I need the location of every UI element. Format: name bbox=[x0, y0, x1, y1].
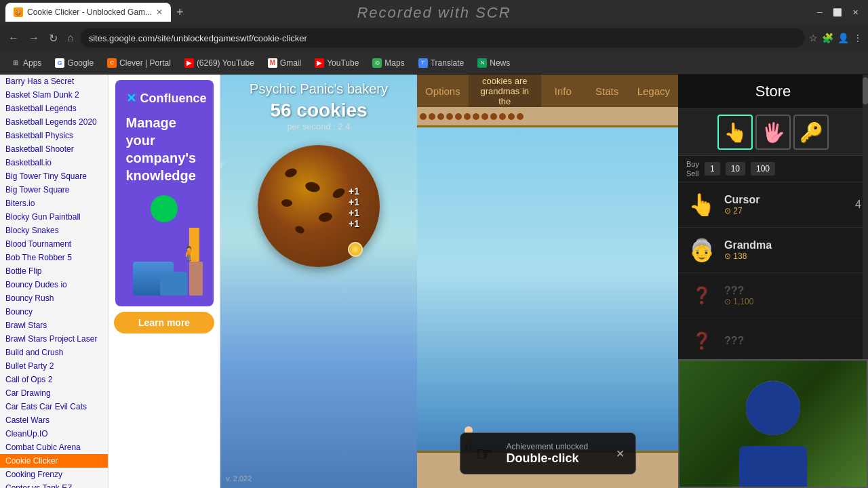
options-btn[interactable]: Options bbox=[417, 75, 469, 107]
sidebar-item-blood[interactable]: Blood Tournament bbox=[0, 237, 108, 251]
yt-icon: ▶ bbox=[184, 58, 194, 68]
watermark: Recorded with SCR bbox=[357, 4, 511, 22]
cursor-left: ☞ bbox=[220, 230, 229, 248]
sidebar-item-bullet-party[interactable]: Bullet Party 2 bbox=[0, 359, 108, 373]
news-icon: N bbox=[477, 58, 487, 68]
locked-2-info: ??? bbox=[724, 335, 856, 347]
sidebar-item-bball-physics[interactable]: Basketball Physics bbox=[0, 129, 108, 142]
bm-news-label: News bbox=[490, 58, 510, 68]
back-btn[interactable]: ← bbox=[5, 29, 22, 47]
address-bar: ← → ↻ ⌂ ☆ 🧩 👤 ⋮ bbox=[0, 24, 868, 52]
maximize-btn[interactable]: ⬜ bbox=[830, 5, 845, 20]
close-btn[interactable]: ✕ bbox=[848, 5, 863, 20]
cursor-cost: ⊙ 27 bbox=[724, 206, 850, 216]
bm-youtube[interactable]: ▶ YouTube bbox=[309, 56, 364, 70]
address-input[interactable] bbox=[81, 28, 805, 47]
info-btn[interactable]: Info bbox=[541, 75, 585, 107]
ad-learn-btn[interactable]: Learn more bbox=[114, 312, 214, 333]
cookie-image bbox=[258, 145, 380, 267]
bm-translate[interactable]: T Translate bbox=[413, 56, 470, 70]
forward-btn[interactable]: → bbox=[26, 29, 42, 47]
grandma-name: Grandma bbox=[724, 239, 856, 251]
achievement-popup: ☞ Achievement unlocked Double-click ✕ bbox=[460, 432, 636, 474]
sidebar-item-bball-io[interactable]: Basketball.io bbox=[0, 156, 108, 169]
bm-news[interactable]: N News bbox=[472, 56, 515, 70]
bm-google[interactable]: G Google bbox=[50, 56, 99, 70]
grandma-store-info: Grandma ⊙ 138 bbox=[724, 239, 856, 261]
cursor-select-3[interactable]: 🔑 bbox=[793, 115, 829, 150]
store-item-cursor[interactable]: 👆 Cursor ⊙ 27 4 bbox=[678, 182, 868, 228]
sidebar-item-bball-shooter[interactable]: Basketball Shooter bbox=[0, 142, 108, 156]
achievement-name: Double-click bbox=[507, 451, 589, 466]
sidebar-item-cleanup[interactable]: CleanUp.IO bbox=[0, 427, 108, 441]
sidebar-item-big-tower-square[interactable]: Big Tower Square bbox=[0, 183, 108, 197]
reload-btn[interactable]: ↻ bbox=[46, 29, 60, 47]
sidebar-item-barry[interactable]: Barry Has a Secret bbox=[0, 75, 108, 88]
news-ticker: You're cookies are grandmas in the neigh… bbox=[469, 75, 541, 107]
active-tab[interactable]: 🍪 Cookie Clicker - Unblocked Gam... ✕ bbox=[5, 3, 171, 22]
bm-clever[interactable]: C Clever | Portal bbox=[102, 56, 176, 70]
stats-btn[interactable]: Stats bbox=[585, 75, 629, 107]
sidebar-item-blocky-snakes[interactable]: Blocky Snakes bbox=[0, 224, 108, 237]
sidebar-item-combat[interactable]: Combat Cubic Arena bbox=[0, 441, 108, 454]
home-btn[interactable]: ⌂ bbox=[64, 29, 77, 47]
bm-gmail[interactable]: M Gmail bbox=[262, 56, 307, 70]
sidebar-item-bouncy-dudes[interactable]: Bouncy Dudes io bbox=[0, 278, 108, 291]
sidebar-item-bouncy-rush[interactable]: Bouncy Rush bbox=[0, 291, 108, 305]
store-item-locked-1[interactable]: ❓ ??? ⊙ 1,100 bbox=[678, 273, 868, 319]
bm-maps[interactable]: ◎ Maps bbox=[367, 56, 410, 70]
cookie-clickable[interactable]: +1+1+1+1 bbox=[258, 145, 380, 267]
cursor-store-info: Cursor ⊙ 27 bbox=[724, 194, 850, 216]
sidebar-item-cooking[interactable]: Cooking Frenzy bbox=[0, 468, 108, 481]
sidebar-item-biters[interactable]: Biters.io bbox=[0, 197, 108, 210]
extension-icon[interactable]: 🧩 bbox=[822, 33, 833, 43]
webcam-overlay bbox=[678, 359, 868, 488]
sidebar-item-brawl-stars[interactable]: Brawl Stars bbox=[0, 319, 108, 332]
tab-close-btn[interactable]: ✕ bbox=[156, 7, 163, 17]
cookie-count: 56 cookies bbox=[270, 100, 367, 121]
sidebar-item-car-eats[interactable]: Car Eats Car Evil Cats bbox=[0, 400, 108, 413]
sidebar-item-cookie[interactable]: Cookie Clicker bbox=[0, 454, 108, 468]
qty-10-btn[interactable]: 10 bbox=[726, 162, 745, 176]
store-scrollbar-thumb[interactable] bbox=[863, 77, 868, 104]
middle-panel: Options You're cookies are grandmas in t… bbox=[417, 75, 678, 488]
sidebar-item-build-crush[interactable]: Build and Crush bbox=[0, 346, 108, 359]
sidebar-item-bball-legends-2020[interactable]: Basketball Legends 2020 bbox=[0, 115, 108, 129]
bm-apps[interactable]: ⊞ Apps bbox=[5, 56, 47, 70]
buy-sell-row: Buy Sell 1 10 100 bbox=[678, 156, 868, 182]
sidebar-item-call-ops[interactable]: Call of Ops 2 bbox=[0, 373, 108, 386]
cursor-select-2[interactable]: 🖐 bbox=[755, 115, 791, 150]
sidebar-item-big-tower-tiny[interactable]: Big Tower Tiny Square bbox=[0, 169, 108, 183]
webcam-body bbox=[739, 446, 807, 487]
minimize-btn[interactable]: ─ bbox=[812, 5, 827, 20]
menu-icon[interactable]: ⋮ bbox=[853, 33, 863, 43]
sidebar-item-car-drawing[interactable]: Car Drawing bbox=[0, 386, 108, 400]
store-header: Store bbox=[678, 75, 868, 109]
sidebar-item-bball-legends[interactable]: Basketball Legends bbox=[0, 102, 108, 115]
bm-yt-count[interactable]: ▶ (6269) YouTube bbox=[179, 56, 260, 70]
bm-yt-count-label: (6269) YouTube bbox=[197, 58, 254, 68]
sidebar-item-castel[interactable]: Castel Wars bbox=[0, 413, 108, 427]
profile-icon[interactable]: 👤 bbox=[837, 33, 849, 43]
sidebar-item-bouncy[interactable]: Bouncy bbox=[0, 305, 108, 319]
ad-container: ✕ Confluence Manage your company's knowl… bbox=[108, 75, 220, 488]
bm-maps-label: Maps bbox=[384, 58, 404, 68]
sidebar-item-blocky-gun[interactable]: Blocky Gun Paintball bbox=[0, 210, 108, 224]
cursor-name: Cursor bbox=[724, 194, 850, 206]
sidebar-item-copter[interactable]: Copter vs Tank EZ bbox=[0, 481, 108, 488]
legacy-btn[interactable]: Legacy bbox=[629, 75, 678, 107]
sidebar-item-bob[interactable]: Bob The Robber 5 bbox=[0, 251, 108, 264]
achievement-close-btn[interactable]: ✕ bbox=[616, 447, 625, 460]
new-tab-btn[interactable]: + bbox=[171, 5, 189, 20]
locked-1-info: ??? ⊙ 1,100 bbox=[724, 285, 856, 306]
qty-100-btn[interactable]: 100 bbox=[751, 162, 775, 176]
sidebar-item-brawl-project[interactable]: Brawl Stars Project Laser bbox=[0, 332, 108, 346]
sidebar-item-basket[interactable]: Basket Slam Dunk 2 bbox=[0, 88, 108, 102]
cursor-select-1[interactable]: 👆 bbox=[717, 115, 753, 150]
bookmark-icon[interactable]: ☆ bbox=[809, 33, 818, 43]
sidebar: Barry Has a Secret Basket Slam Dunk 2 Ba… bbox=[0, 75, 108, 488]
store-item-grandma[interactable]: 👵 Grandma ⊙ 138 bbox=[678, 228, 868, 273]
store-item-locked-2[interactable]: ❓ ??? bbox=[678, 319, 868, 364]
qty-1-btn[interactable]: 1 bbox=[705, 162, 720, 176]
sidebar-item-bottle[interactable]: Bottle Flip bbox=[0, 264, 108, 278]
